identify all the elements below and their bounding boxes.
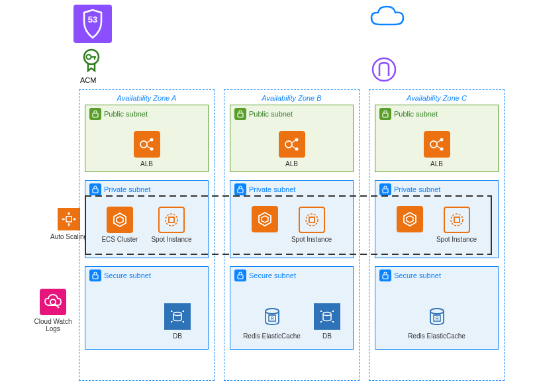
svg-point-40	[306, 214, 318, 226]
svg-point-25	[166, 214, 177, 226]
lock-icon	[234, 183, 246, 195]
svg-marker-31	[182, 321, 184, 323]
svg-marker-13	[62, 218, 64, 220]
svg-marker-48	[320, 321, 322, 323]
availability-zone-a: Availability Zone A Public subnet ALB Pr…	[79, 89, 215, 381]
db-item: DB	[314, 303, 340, 340]
svg-point-52	[430, 141, 437, 148]
cloud-icon	[367, 3, 407, 30]
svg-rect-41	[309, 217, 315, 222]
zone-c-public-subnet: Public subnet ALB	[375, 105, 499, 172]
redis-icon: R	[259, 303, 285, 330]
svg-point-20	[150, 138, 153, 142]
svg-rect-59	[454, 217, 460, 222]
alb-icon	[424, 131, 450, 158]
redis-item: R Redis ElasticCache	[243, 303, 301, 340]
zone-c-secure-subnet: Secure subnet R Redis ElasticCache	[375, 266, 499, 350]
svg-line-22	[146, 140, 150, 143]
acm-icon	[78, 48, 105, 74]
svg-line-55	[436, 140, 440, 143]
gateway-icon	[371, 56, 397, 83]
ecs-item	[252, 206, 278, 243]
lock-icon	[89, 270, 101, 281]
spot-label: Spot Instance	[436, 236, 477, 243]
redis-label: Redis ElasticCache	[243, 332, 301, 340]
lock-icon	[234, 108, 246, 120]
spot-item: Spot Instance	[151, 207, 191, 243]
svg-rect-51	[383, 113, 388, 117]
svg-marker-46	[320, 310, 322, 312]
lock-icon	[379, 108, 391, 120]
db-icon	[164, 303, 191, 330]
alb-icon	[134, 131, 160, 158]
svg-point-53	[440, 138, 443, 142]
svg-marker-15	[74, 218, 76, 220]
svg-point-58	[451, 214, 463, 226]
public-subnet-label: Public subnet	[394, 110, 438, 118]
lock-icon	[234, 270, 246, 281]
svg-point-34	[285, 141, 292, 148]
public-subnet-label: Public subnet	[249, 110, 293, 118]
spot-label: Spot Instance	[151, 236, 191, 243]
svg-marker-47	[332, 310, 334, 312]
private-subnet-label: Private subnet	[394, 185, 440, 193]
cloudwatch-block: Cloud Watch Logs	[26, 289, 79, 332]
svg-point-35	[295, 138, 298, 142]
svg-marker-49	[332, 321, 334, 323]
secure-subnet-label: Secure subnet	[394, 271, 441, 279]
zone-a-title: Availability Zone A	[85, 94, 209, 102]
db-item: DB	[164, 303, 191, 340]
svg-rect-57	[383, 189, 388, 193]
svg-line-23	[146, 146, 150, 148]
svg-rect-18	[93, 113, 98, 117]
db-label: DB	[173, 332, 182, 340]
svg-rect-39	[238, 189, 243, 193]
svg-line-17	[55, 304, 59, 308]
svg-marker-28	[171, 310, 173, 312]
svg-rect-24	[93, 189, 98, 193]
spot-label: Spot Instance	[291, 236, 332, 243]
lock-icon	[379, 183, 391, 195]
availability-zone-b: Availability Zone B Public subnet ALB Pr…	[224, 89, 360, 381]
acm-label: ACM	[80, 76, 96, 84]
alb-label: ALB	[430, 160, 443, 168]
svg-point-16	[50, 299, 56, 305]
svg-rect-42	[238, 275, 243, 279]
lock-icon	[89, 108, 101, 120]
public-subnet-label: Public subnet	[104, 110, 148, 118]
svg-point-3	[87, 55, 91, 60]
zone-b-public-subnet: Public subnet ALB	[230, 105, 354, 172]
alb-item: ALB	[424, 131, 450, 168]
ecs-item: ECS Cluster	[101, 207, 138, 243]
svg-point-50	[323, 313, 331, 316]
svg-point-61	[430, 309, 444, 314]
svg-point-54	[440, 148, 443, 151]
svg-text:R: R	[435, 316, 438, 320]
spot-item: Spot Instance	[291, 207, 332, 243]
lock-icon	[89, 183, 101, 195]
zone-b-secure-subnet: Secure subnet R Redis ElasticCache DB	[230, 266, 354, 350]
svg-rect-60	[383, 275, 388, 279]
zone-b-title: Availability Zone B	[230, 94, 354, 102]
route53-icon: 53	[73, 5, 112, 43]
spot-icon	[444, 207, 470, 233]
secure-subnet-label: Secure subnet	[249, 271, 296, 279]
svg-point-43	[266, 309, 279, 314]
private-subnet-label: Private subnet	[249, 185, 295, 193]
alb-label: ALB	[285, 160, 298, 168]
svg-rect-26	[169, 217, 174, 222]
svg-rect-27	[93, 275, 98, 279]
svg-marker-9	[68, 212, 70, 214]
ecs-icon	[397, 206, 423, 232]
zone-a-private-subnet: Private subnet ECS Cluster Spot Instance	[85, 180, 209, 258]
ecs-icon	[107, 207, 133, 233]
svg-line-38	[291, 146, 295, 148]
ecs-icon	[252, 206, 278, 232]
svg-point-19	[140, 141, 147, 148]
alb-item: ALB	[134, 131, 160, 168]
svg-line-56	[436, 146, 440, 148]
svg-text:R: R	[270, 316, 273, 320]
auto-scaling-icon	[58, 208, 80, 230]
svg-marker-30	[171, 321, 173, 323]
alb-label: ALB	[140, 160, 153, 168]
